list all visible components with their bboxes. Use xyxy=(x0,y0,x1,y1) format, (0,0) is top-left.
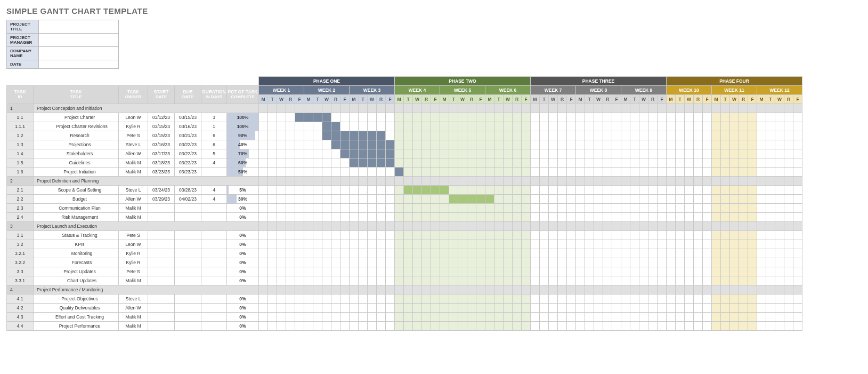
task-duration[interactable] xyxy=(201,231,227,240)
task-pct[interactable]: 0% xyxy=(227,240,259,249)
task-pct[interactable]: 50% xyxy=(227,168,259,177)
task-due[interactable] xyxy=(175,313,201,322)
task-pct[interactable]: 100% xyxy=(227,113,259,122)
task-title[interactable]: Guidelines xyxy=(34,158,119,168)
task-duration[interactable]: 6 xyxy=(201,140,227,149)
task-owner[interactable]: Steve L xyxy=(119,140,148,149)
task-due[interactable] xyxy=(175,295,201,304)
task-due[interactable]: 04/02/23 xyxy=(175,195,201,204)
task-pct[interactable]: 0% xyxy=(227,322,259,331)
task-duration[interactable] xyxy=(201,313,227,322)
task-duration[interactable] xyxy=(201,276,227,285)
task-duration[interactable] xyxy=(201,295,227,304)
task-due[interactable]: 03/21/23 xyxy=(175,131,201,140)
task-title[interactable]: Monitoring xyxy=(34,249,119,258)
task-owner[interactable]: Pete S xyxy=(119,267,148,276)
task-owner[interactable]: Leon W xyxy=(119,113,148,122)
task-pct[interactable]: 5% xyxy=(227,186,259,195)
task-due[interactable]: 03/22/23 xyxy=(175,140,201,149)
task-title[interactable]: Project Charter Revisions xyxy=(34,122,119,131)
task-owner[interactable]: Kylie R xyxy=(119,249,148,258)
task-title[interactable]: Risk Management xyxy=(34,213,119,222)
meta-value-company-name[interactable] xyxy=(39,47,119,60)
task-duration[interactable]: 6 xyxy=(201,131,227,140)
task-due[interactable] xyxy=(175,249,201,258)
task-start[interactable] xyxy=(148,240,175,249)
meta-value-project-manager[interactable] xyxy=(39,34,119,47)
task-pct[interactable]: 0% xyxy=(227,295,259,304)
task-pct[interactable]: 90% xyxy=(227,131,259,140)
task-title[interactable]: Project Performance xyxy=(34,322,119,331)
task-owner[interactable]: Allen W xyxy=(119,195,148,204)
task-owner[interactable]: Steve L xyxy=(119,295,148,304)
task-owner[interactable]: Pete S xyxy=(119,231,148,240)
task-due[interactable]: 03/28/23 xyxy=(175,186,201,195)
task-title[interactable]: Communication Plan xyxy=(34,204,119,213)
task-duration[interactable] xyxy=(201,322,227,331)
task-duration[interactable]: 4 xyxy=(201,158,227,168)
task-owner[interactable]: Malik M xyxy=(119,313,148,322)
task-start[interactable] xyxy=(148,204,175,213)
task-title[interactable]: Status & Tracking xyxy=(34,231,119,240)
task-owner[interactable]: Pete S xyxy=(119,131,148,140)
task-duration[interactable] xyxy=(201,240,227,249)
task-owner[interactable]: Malik M xyxy=(119,158,148,168)
task-duration[interactable]: 5 xyxy=(201,149,227,158)
task-due[interactable] xyxy=(175,213,201,222)
task-due[interactable] xyxy=(175,231,201,240)
task-owner[interactable]: Malik M xyxy=(119,204,148,213)
task-start[interactable] xyxy=(148,258,175,267)
task-duration[interactable]: 1 xyxy=(201,122,227,131)
task-owner[interactable]: Allen W xyxy=(119,149,148,158)
task-duration[interactable] xyxy=(201,258,227,267)
task-start[interactable] xyxy=(148,276,175,285)
task-pct[interactable]: 0% xyxy=(227,304,259,313)
task-start[interactable] xyxy=(148,267,175,276)
task-title[interactable]: Effort and Cost Tracking xyxy=(34,313,119,322)
task-owner[interactable]: Steve L xyxy=(119,186,148,195)
task-start[interactable]: 03/16/23 xyxy=(148,140,175,149)
task-owner[interactable]: Malik M xyxy=(119,168,148,177)
task-title[interactable]: Budget xyxy=(34,195,119,204)
task-start[interactable]: 03/12/23 xyxy=(148,113,175,122)
task-start[interactable]: 03/18/23 xyxy=(148,158,175,168)
task-due[interactable] xyxy=(175,267,201,276)
task-pct[interactable]: 0% xyxy=(227,249,259,258)
task-title[interactable]: Project Charter xyxy=(34,113,119,122)
task-due[interactable]: 03/22/23 xyxy=(175,158,201,168)
task-title[interactable]: Research xyxy=(34,131,119,140)
task-pct[interactable]: 0% xyxy=(227,276,259,285)
task-title[interactable]: Quality Deliverables xyxy=(34,304,119,313)
task-title[interactable]: Project Initiation xyxy=(34,168,119,177)
task-due[interactable] xyxy=(175,322,201,331)
task-pct[interactable]: 0% xyxy=(227,258,259,267)
task-owner[interactable]: Malik M xyxy=(119,322,148,331)
task-title[interactable]: Chart Updates xyxy=(34,276,119,285)
task-duration[interactable] xyxy=(201,304,227,313)
task-pct[interactable]: 100% xyxy=(227,122,259,131)
task-due[interactable]: 03/22/23 xyxy=(175,149,201,158)
task-start[interactable] xyxy=(148,295,175,304)
task-start[interactable] xyxy=(148,304,175,313)
task-owner[interactable]: Kylie R xyxy=(119,122,148,131)
task-start[interactable] xyxy=(148,231,175,240)
task-title[interactable]: Project Objectives xyxy=(34,295,119,304)
task-title[interactable]: Forecasts xyxy=(34,258,119,267)
task-pct[interactable]: 0% xyxy=(227,313,259,322)
task-due[interactable]: 03/23/23 xyxy=(175,168,201,177)
task-title[interactable]: Projections xyxy=(34,140,119,149)
task-due[interactable] xyxy=(175,240,201,249)
task-title[interactable]: Stakeholders xyxy=(34,149,119,158)
meta-value-project-title[interactable] xyxy=(39,20,119,34)
task-start[interactable] xyxy=(148,213,175,222)
task-title[interactable]: KPIs xyxy=(34,240,119,249)
task-duration[interactable] xyxy=(201,204,227,213)
task-owner[interactable]: Leon W xyxy=(119,240,148,249)
task-pct[interactable]: 70% xyxy=(227,149,259,158)
task-pct[interactable]: 0% xyxy=(227,231,259,240)
task-duration[interactable] xyxy=(201,213,227,222)
task-start[interactable] xyxy=(148,313,175,322)
task-start[interactable]: 03/29/23 xyxy=(148,195,175,204)
task-pct[interactable]: 40% xyxy=(227,140,259,149)
task-pct[interactable]: 30% xyxy=(227,195,259,204)
